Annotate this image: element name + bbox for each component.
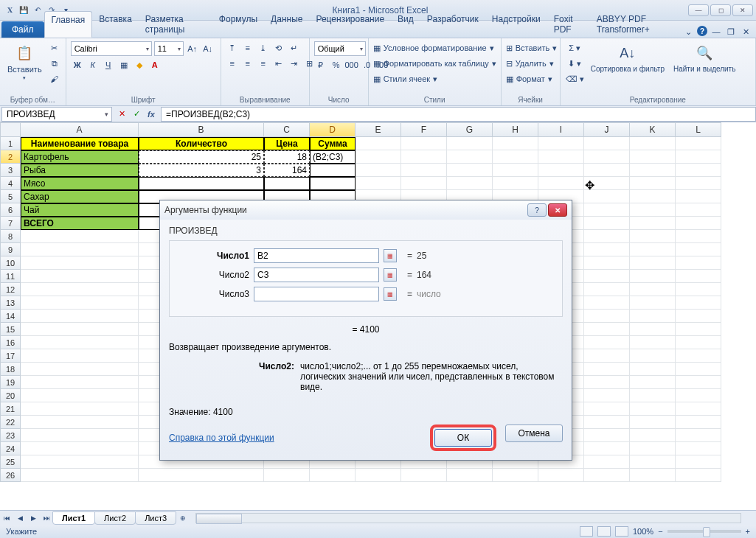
row-header-3[interactable]: 3 (0, 164, 21, 177)
cell-F1[interactable] (401, 137, 447, 150)
col-header-H[interactable]: H (493, 122, 538, 137)
row-header-13[interactable]: 13 (0, 296, 21, 310)
cell-J18[interactable] (584, 363, 630, 376)
cell-K9[interactable] (630, 243, 676, 256)
align-top-icon[interactable]: ⤒ (226, 41, 239, 55)
cell-styles-button[interactable]: ▦ Стили ячеек ▾ (373, 72, 496, 85)
cell-J1[interactable] (584, 137, 630, 150)
cell-L6[interactable] (676, 203, 721, 217)
cell-J11[interactable] (584, 270, 630, 283)
cell-L10[interactable] (676, 256, 721, 270)
ribbon-tab-рецензирование[interactable]: Рецензирование (309, 11, 391, 38)
cell-K12[interactable] (630, 283, 676, 296)
cell-J20[interactable] (584, 389, 630, 402)
cell-K26[interactable] (630, 469, 676, 482)
cell-G26[interactable] (447, 469, 493, 482)
cell-A2[interactable]: Картофель (21, 150, 139, 164)
ribbon-tab-формулы[interactable]: Формулы (212, 11, 264, 38)
cell-J10[interactable] (584, 256, 630, 270)
decrease-indent-icon[interactable]: ⇤ (272, 57, 285, 70)
cell-L5[interactable] (676, 190, 721, 203)
cell-K8[interactable] (630, 230, 676, 243)
col-header-K[interactable]: K (630, 122, 676, 137)
clear-icon[interactable]: ⌫ ▾ (565, 72, 585, 85)
ribbon-tab-вид[interactable]: Вид (391, 11, 420, 38)
name-box[interactable]: ПРОИЗВЕД (1, 107, 112, 122)
cell-J23[interactable] (584, 429, 630, 442)
cell-L2[interactable] (676, 150, 721, 164)
ribbon-tab-foxit-pdf[interactable]: Foxit PDF (547, 11, 590, 38)
cell-L15[interactable] (676, 323, 721, 336)
cell-F3[interactable] (401, 164, 447, 177)
increase-indent-icon[interactable]: ⇥ (288, 57, 301, 70)
percent-icon[interactable]: % (330, 58, 343, 71)
comma-icon[interactable]: 000 (345, 58, 358, 71)
arg-input-3[interactable] (254, 287, 379, 301)
cell-C1[interactable]: Цена (264, 137, 310, 150)
cell-D4[interactable] (310, 177, 356, 190)
page-layout-view-icon[interactable] (597, 526, 611, 537)
align-left-icon[interactable]: ≡ (226, 57, 239, 70)
cell-L21[interactable] (676, 402, 721, 416)
doc-close-icon[interactable]: ✕ (740, 26, 752, 38)
cell-A9[interactable] (21, 243, 139, 256)
copy-icon[interactable]: ⧉ (48, 57, 61, 70)
align-right-icon[interactable]: ≡ (257, 57, 270, 70)
cell-A21[interactable] (21, 402, 139, 416)
cell-J25[interactable] (584, 455, 630, 469)
cell-J2[interactable] (584, 150, 630, 164)
cell-H3[interactable] (493, 164, 538, 177)
cell-L26[interactable] (676, 469, 721, 482)
ribbon-tab-abbyy-pdf-transformer+[interactable]: ABBYY PDF Transformer+ (590, 11, 682, 38)
col-header-D[interactable]: D (310, 122, 356, 137)
cell-K11[interactable] (630, 270, 676, 283)
insert-cells-button[interactable]: ⊞ Вставить ▾ (506, 41, 555, 55)
cell-J22[interactable] (584, 416, 630, 429)
col-header-B[interactable]: B (139, 122, 264, 137)
row-header-18[interactable]: 18 (0, 363, 21, 376)
cancel-formula-icon[interactable]: ✕ (115, 108, 128, 121)
cell-G3[interactable] (447, 164, 493, 177)
ribbon-tab-данные[interactable]: Данные (264, 11, 309, 38)
formula-input[interactable]: =ПРОИЗВЕД(B2;C3) (161, 107, 756, 122)
decrease-font-icon[interactable]: A↓ (201, 42, 215, 55)
autosum-icon[interactable]: Σ ▾ (565, 41, 585, 55)
arg-input-1[interactable] (254, 248, 379, 263)
row-header-19[interactable]: 19 (0, 376, 21, 389)
cell-A22[interactable] (21, 416, 139, 429)
cell-A23[interactable] (21, 429, 139, 442)
cell-K15[interactable] (630, 323, 676, 336)
cell-J16[interactable] (584, 336, 630, 349)
cell-K20[interactable] (630, 389, 676, 402)
cell-I4[interactable] (538, 177, 584, 190)
cell-J8[interactable] (584, 230, 630, 243)
row-header-17[interactable]: 17 (0, 349, 21, 363)
fx-icon[interactable]: fx (145, 108, 158, 121)
close-button[interactable]: ✕ (732, 4, 753, 16)
cell-L4[interactable] (676, 177, 721, 190)
minimize-button[interactable]: — (688, 4, 709, 16)
collapse-dialog-icon[interactable]: ▦ (384, 249, 397, 262)
ribbon-tab-вставка[interactable]: Вставка (92, 11, 139, 38)
file-tab[interactable]: Файл (1, 21, 44, 38)
align-center-icon[interactable]: ≡ (241, 57, 254, 70)
row-header-22[interactable]: 22 (0, 416, 21, 429)
cell-J21[interactable] (584, 402, 630, 416)
help-icon[interactable]: ? (697, 26, 707, 36)
paste-button[interactable]: 📋 Вставить ▾ (4, 41, 45, 94)
cell-A7[interactable]: ВСЕГО (21, 217, 139, 230)
select-all-button[interactable] (0, 122, 21, 137)
cell-A3[interactable]: Рыба (21, 164, 139, 177)
cell-K25[interactable] (630, 455, 676, 469)
underline-icon[interactable]: Ч (102, 58, 115, 71)
cell-K24[interactable] (630, 442, 676, 455)
dialog-titlebar[interactable]: Аргументы функции ? ✕ (160, 200, 572, 220)
row-header-21[interactable]: 21 (0, 402, 21, 416)
cell-K14[interactable] (630, 310, 676, 323)
cell-J14[interactable] (584, 310, 630, 323)
row-header-26[interactable]: 26 (0, 469, 21, 482)
cell-L3[interactable] (676, 164, 721, 177)
row-header-2[interactable]: 2 (0, 150, 21, 164)
col-header-G[interactable]: G (447, 122, 493, 137)
row-header-12[interactable]: 12 (0, 283, 21, 296)
